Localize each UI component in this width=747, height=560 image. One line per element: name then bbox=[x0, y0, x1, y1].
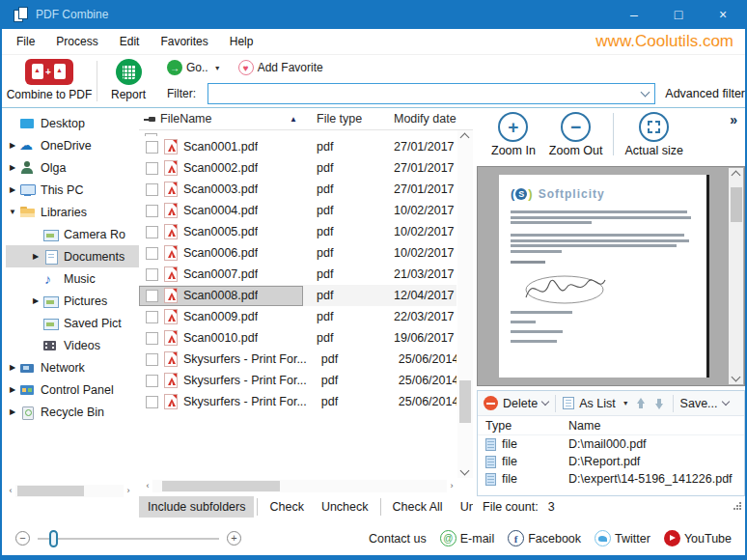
tree-expander-icon[interactable] bbox=[6, 208, 19, 216]
file-row[interactable]: Scan0010.pdf pdf 19/06/2017 bbox=[139, 327, 456, 349]
selected-file-row[interactable]: file D:\mail000.pdf bbox=[478, 435, 744, 453]
scroll-thumb[interactable] bbox=[459, 380, 471, 423]
uncheck-button[interactable]: Uncheck bbox=[313, 496, 377, 518]
slider-track[interactable] bbox=[38, 538, 219, 540]
selected-file-row[interactable]: file D:\expert\14-5196_141226.pdf bbox=[478, 470, 744, 488]
preview-vertical-scrollbar[interactable] bbox=[729, 168, 743, 384]
combine-to-pdf-button[interactable]: + Combine to PDF bbox=[2, 55, 97, 107]
coolutils-link[interactable]: www.Coolutils.com bbox=[595, 32, 733, 51]
expand-panel-icon[interactable]: » bbox=[730, 112, 737, 127]
tree-item[interactable]: Recycle Bin bbox=[6, 401, 139, 423]
pin-icon[interactable] bbox=[144, 113, 157, 125]
delete-button[interactable]: Delete bbox=[503, 397, 538, 410]
scroll-thumb[interactable] bbox=[731, 187, 742, 222]
go-button[interactable]: Go.. bbox=[186, 61, 208, 74]
tree-item[interactable]: Network bbox=[6, 356, 139, 378]
uncheck-all-button[interactable]: Unche bbox=[452, 496, 473, 518]
slider-plus-icon[interactable]: + bbox=[227, 531, 241, 546]
file-checkbox[interactable] bbox=[146, 311, 158, 323]
scroll-down-icon[interactable] bbox=[732, 373, 741, 382]
scroll-left-icon[interactable]: ‹ bbox=[6, 485, 15, 497]
file-row[interactable]: Skysurfers - Print For... pdf 25/06/2014 bbox=[139, 349, 456, 370]
close-button[interactable]: × bbox=[701, 0, 745, 29]
move-down-icon[interactable] bbox=[652, 397, 666, 410]
file-row[interactable]: Scan0003.pdf pdf 27/01/2017 bbox=[139, 179, 456, 200]
tree-item[interactable]: Desktop bbox=[6, 112, 139, 134]
file-checkbox[interactable] bbox=[146, 226, 158, 238]
tree-item[interactable]: Documents bbox=[6, 245, 139, 267]
zoom-in-button[interactable]: + Zoom In bbox=[484, 108, 542, 164]
file-row[interactable]: Scan0009.pdf pdf 22/03/2017 bbox=[139, 306, 456, 327]
file-checkbox[interactable] bbox=[146, 375, 158, 387]
file-row[interactable]: Skysurfers - Print For... pdf 25/06/2014 bbox=[139, 391, 456, 412]
email-link[interactable]: @ E-mail bbox=[440, 530, 494, 546]
column-modify-date[interactable]: Modify date bbox=[378, 112, 458, 126]
tree-item[interactable]: Control Panel bbox=[6, 378, 139, 401]
tree-item[interactable]: Olga bbox=[6, 156, 139, 179]
file-checkbox[interactable] bbox=[146, 162, 158, 175]
column-type[interactable]: Type bbox=[485, 419, 568, 433]
file-checkbox[interactable] bbox=[146, 332, 158, 345]
file-checkbox[interactable] bbox=[146, 141, 158, 154]
zoom-out-button[interactable]: − Zoom Out bbox=[542, 108, 610, 164]
file-checkbox[interactable] bbox=[146, 396, 158, 408]
tree-item[interactable]: Music bbox=[6, 267, 139, 290]
filter-input[interactable] bbox=[208, 85, 640, 102]
filter-dropdown-icon[interactable] bbox=[641, 87, 650, 97]
resize-grip-icon[interactable] bbox=[733, 502, 741, 511]
maximize-button[interactable]: □ bbox=[656, 0, 701, 29]
tree-expander-icon[interactable] bbox=[6, 363, 19, 372]
file-row[interactable]: Scan0007.pdf pdf 21/03/2017 bbox=[139, 264, 456, 285]
slider-minus-icon[interactable]: − bbox=[15, 531, 30, 546]
tree-expander-icon[interactable] bbox=[29, 296, 42, 305]
menu-edit[interactable]: Edit bbox=[109, 35, 151, 48]
save-dropdown-icon[interactable] bbox=[721, 398, 729, 406]
scroll-right-icon[interactable]: › bbox=[447, 480, 456, 492]
include-subfolders-button[interactable]: Include subfolders bbox=[139, 496, 254, 518]
file-checkbox[interactable] bbox=[146, 183, 158, 196]
tree-item[interactable]: Pictures bbox=[6, 290, 139, 312]
tree-expander-icon[interactable] bbox=[6, 185, 19, 194]
scroll-up-icon[interactable] bbox=[460, 133, 470, 143]
scroll-left-icon[interactable]: ‹ bbox=[143, 480, 152, 492]
selected-file-row[interactable]: file D:\Report.pdf bbox=[478, 453, 744, 470]
file-checkbox[interactable] bbox=[146, 247, 158, 260]
scroll-right-icon[interactable]: › bbox=[124, 485, 133, 497]
delete-dropdown-icon[interactable] bbox=[541, 398, 549, 406]
file-row[interactable]: Scan0008.pdf pdf 12/04/2017 bbox=[139, 285, 456, 306]
as-list-caret-icon[interactable]: ▼ bbox=[622, 400, 629, 406]
column-filename[interactable]: FileName ▲ bbox=[139, 112, 303, 126]
move-up-icon[interactable] bbox=[634, 397, 648, 410]
column-file-type[interactable]: File type bbox=[303, 112, 378, 126]
save-button[interactable]: Save... bbox=[680, 397, 718, 410]
file-row[interactable]: Scan0004.pdf pdf 10/02/2017 bbox=[139, 200, 456, 221]
file-row[interactable]: Scan0002.pdf pdf 27/01/2017 bbox=[139, 157, 456, 179]
facebook-link[interactable]: f Facebook bbox=[508, 530, 581, 546]
as-list-button[interactable]: As List bbox=[579, 397, 616, 410]
menu-help[interactable]: Help bbox=[219, 35, 264, 48]
file-row[interactable]: Skysurfers - Print For... pdf 25/06/2014 bbox=[139, 370, 456, 391]
minimize-button[interactable]: – bbox=[612, 0, 656, 29]
advanced-filter-button[interactable]: Advanced filter bbox=[665, 87, 745, 100]
file-checkbox[interactable] bbox=[146, 268, 158, 281]
tree-expander-icon[interactable] bbox=[6, 163, 19, 172]
tree-item[interactable]: Camera Ro bbox=[6, 223, 139, 245]
file-row[interactable]: Scan0001.pdf pdf 27/01/2017 bbox=[139, 136, 456, 157]
menu-favorites[interactable]: Favorites bbox=[150, 35, 218, 48]
column-name[interactable]: Name bbox=[568, 419, 744, 433]
tree-expander-icon[interactable] bbox=[29, 252, 42, 261]
scroll-down-icon[interactable] bbox=[460, 466, 470, 476]
file-list-vertical-scrollbar[interactable] bbox=[457, 130, 473, 478]
go-caret-icon[interactable]: ▼ bbox=[214, 65, 221, 71]
file-row[interactable]: Scan0006.pdf pdf 10/02/2017 bbox=[139, 242, 456, 264]
file-list-horizontal-scrollbar[interactable]: ‹ › bbox=[143, 480, 456, 492]
scroll-thumb[interactable] bbox=[17, 486, 84, 496]
tree-item[interactable]: OneDrive bbox=[6, 134, 139, 156]
check-all-button[interactable]: Check All bbox=[384, 496, 452, 518]
file-checkbox[interactable] bbox=[146, 290, 158, 302]
report-button[interactable]: Report bbox=[97, 55, 159, 107]
menu-file[interactable]: File bbox=[2, 35, 45, 48]
tree-expander-icon[interactable] bbox=[6, 141, 19, 150]
twitter-link[interactable]: Twitter bbox=[595, 530, 650, 546]
file-row[interactable]: Scan0005.pdf pdf 10/02/2017 bbox=[139, 221, 456, 242]
